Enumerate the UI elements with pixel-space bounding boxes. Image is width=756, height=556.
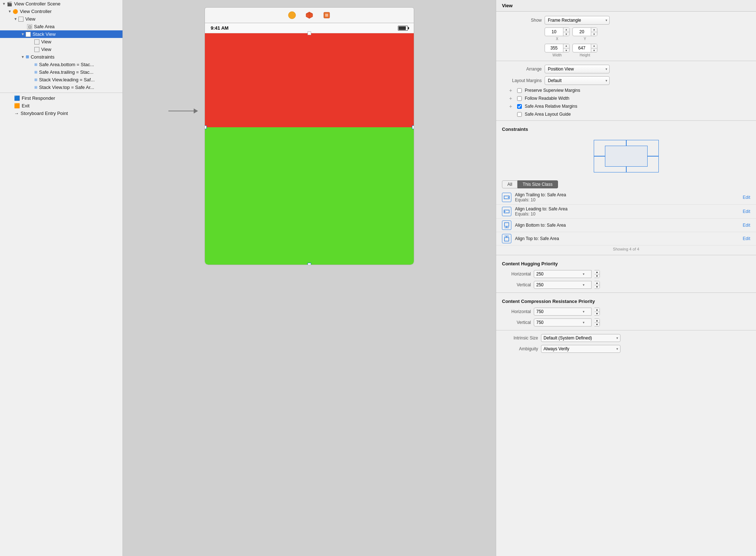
v-hugging-down[interactable]: ▼ [594,285,600,289]
vertical-compression-select[interactable]: 750 [534,318,592,326]
plus-icon-2: + [507,95,514,101]
width-stepper[interactable]: ▲ ▼ [563,44,569,52]
intrinsic-size-row: Intrinsic Size Default (System Defined) [496,333,756,343]
y-label: Y [584,37,586,41]
tree-storyboard-entry[interactable]: → Storyboard Entry Point [0,110,123,117]
x-input[interactable] [545,28,563,36]
vertical-hugging-select[interactable]: 250 [534,281,592,289]
safe-area-margins-checkbox[interactable] [517,104,522,109]
y-field[interactable]: ▲ ▼ [572,27,597,36]
width-field[interactable]: ▲ ▼ [545,44,570,52]
all-button[interactable]: All [502,180,517,188]
trailing-sub-text: Equals: 10 [515,197,739,202]
safe-area-guide-checkbox[interactable] [517,112,522,117]
height-stepper[interactable]: ▲ ▼ [591,44,597,52]
intrinsic-size-select-wrap[interactable]: Default (System Defined) [541,334,620,342]
toolbar-rect-icon[interactable] [322,10,332,20]
show-select[interactable]: Frame Rectangle [545,16,610,25]
top-edit-button[interactable]: Edit [743,236,750,241]
ambiguity-select-wrap[interactable]: Always Verify [541,345,620,353]
height-input[interactable] [573,44,591,52]
y-input-wrap: ▲ ▼ Y [572,27,597,41]
tree-safearea[interactable]: ⊡ Safe Area [0,23,123,30]
horizontal-hugging-select[interactable]: 250 [534,270,592,278]
vc-label: View Controller [20,9,52,14]
y-input[interactable] [573,28,591,36]
arrange-select[interactable]: Position View [545,65,610,73]
height-stepper-up[interactable]: ▲ [591,44,597,48]
horizontal-compression-row: Horizontal 750 ▲ ▼ [496,306,756,317]
tree-scene[interactable]: ▼ 🎬 View Controller Scene [0,0,123,8]
width-input[interactable] [545,44,563,52]
tree-view1[interactable]: View [0,38,123,46]
x-stepper-up[interactable]: ▲ [563,27,569,32]
x-field[interactable]: ▲ ▼ [545,27,570,36]
plus-icon-1: + [507,87,514,93]
intrinsic-size-select[interactable]: Default (System Defined) [541,334,620,342]
vertical-compression-select-wrap[interactable]: 750 [534,318,592,326]
show-row: Show Frame Rectangle [496,14,756,26]
v-compression-up[interactable]: ▲ [594,319,600,323]
constraint-handle-left [205,125,207,129]
h-hugging-up[interactable]: ▲ [594,270,600,274]
vertical-hugging-select-wrap[interactable]: 250 [534,281,592,289]
tree-view[interactable]: ▼ View [0,15,123,23]
toolbar-cube-icon[interactable] [304,10,314,20]
readable-width-checkbox[interactable] [517,96,522,101]
constraint-handle-bottom [308,263,311,265]
tree-vc[interactable]: ▼ 🟠 View Controller [0,8,123,15]
v-compression-down[interactable]: ▼ [594,323,600,326]
preserve-margins-checkbox[interactable] [517,88,522,93]
y-stepper-down[interactable]: ▼ [591,32,597,37]
toolbar-run-icon[interactable] [287,10,297,20]
ambiguity-select[interactable]: Always Verify [541,345,620,353]
y-stepper[interactable]: ▲ ▼ [591,27,597,36]
cd-line-bottom [626,167,627,172]
tree-firstresponder[interactable]: 🟦 First Responder [0,94,123,102]
width-stepper-down[interactable]: ▼ [563,48,569,53]
width-label: Width [553,53,562,57]
tree-view2[interactable]: View [0,46,123,53]
horizontal-hugging-select-wrap[interactable]: 250 [534,270,592,278]
right-panel-title: View [496,0,756,12]
y-stepper-up[interactable]: ▲ [591,27,597,32]
leading-edit-button[interactable]: Edit [743,209,750,214]
horizontal-compression-select[interactable]: 750 [534,308,592,316]
show-select-wrap[interactable]: Frame Rectangle [545,16,610,25]
vertical-compression-stepper[interactable]: ▲ ▼ [594,318,600,326]
storyboard-label: Storyboard Entry Point [21,111,68,116]
layout-margins-select[interactable]: Default [545,76,610,85]
c2-icon: ⊞ [34,70,37,74]
h-compression-down[interactable]: ▼ [594,312,600,316]
layout-margins-select-wrap[interactable]: Default [545,76,610,85]
h-compression-up[interactable]: ▲ [594,308,600,312]
arrange-select-wrap[interactable]: Position View [545,65,610,73]
x-stepper[interactable]: ▲ ▼ [563,27,569,36]
horizontal-compression-stepper[interactable]: ▲ ▼ [594,308,600,316]
height-field[interactable]: ▲ ▼ [572,44,597,52]
v-hugging-up[interactable]: ▲ [594,281,600,285]
tree-exit[interactable]: 🟧 Exit [0,102,123,110]
horizontal-hugging-stepper[interactable]: ▲ ▼ [594,270,600,278]
x-stepper-down[interactable]: ▼ [563,32,569,37]
h-hugging-down[interactable]: ▼ [594,274,600,278]
trailing-edit-button[interactable]: Edit [743,195,750,200]
tree-c3[interactable]: ⊞ Stack View.leading = Saf... [0,76,123,84]
tree-constraints[interactable]: ▼ ⊞ Constraints [0,53,123,61]
horizontal-compression-select-wrap[interactable]: 750 [534,308,592,316]
leading-sub-text: Equals: 10 [515,211,739,217]
tree-c4[interactable]: ⊞ Stack View.top = Safe Ar... [0,84,123,91]
height-stepper-down[interactable]: ▼ [591,48,597,53]
tree-c2[interactable]: ⊞ Safe Area.trailing = Stac... [0,68,123,76]
vertical-hugging-stepper[interactable]: ▲ ▼ [594,281,600,289]
layout-margins-label: Layout Margins [502,78,542,83]
safe-area-margins-checkbox-row: + Safe Area Relative Margins [496,102,756,110]
this-size-class-button[interactable]: This Size Class [517,180,558,188]
bottom-edit-button[interactable]: Edit [743,223,750,228]
view-red [205,33,414,127]
tree-c1[interactable]: ⊞ Safe Area.bottom = Stac... [0,61,123,68]
tree-stackview[interactable]: ▼ Stack View [0,30,123,38]
bottom-constraint-text: Align Bottom to: Safe Area [515,223,739,228]
width-stepper-up[interactable]: ▲ [563,44,569,48]
constraint-leading: Align Leading to: Safe Area Equals: 10 E… [496,205,756,219]
